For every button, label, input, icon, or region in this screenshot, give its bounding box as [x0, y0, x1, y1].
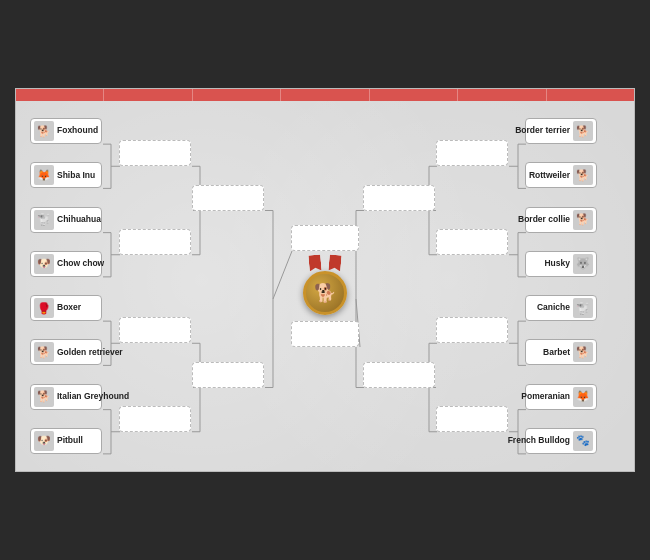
medal-circle: 🐕 — [303, 271, 347, 315]
dog-icon: 🐕 — [573, 121, 593, 141]
bracket-slot[interactable]: 🐕Golden retriever — [30, 339, 102, 365]
left-half: 🐕Foxhound🦊Shiba Inu🐩Chihuahua🐶Chow chow🥊… — [16, 105, 285, 467]
dog-icon: 🐩 — [34, 210, 54, 230]
header-round1-left — [16, 89, 104, 101]
medal: 🐕 — [303, 257, 347, 315]
dog-icon: 🦊 — [573, 387, 593, 407]
dog-icon: 🐺 — [573, 254, 593, 274]
dog-name: Foxhound — [57, 126, 98, 135]
bracket-slot[interactable]: 🐕Italian Greyhound — [30, 384, 102, 410]
finals-slot-top[interactable] — [291, 225, 359, 251]
bracket-slot[interactable]: 🐶Pitbull — [30, 428, 102, 454]
bracket-slot[interactable] — [363, 185, 435, 211]
dog-icon: 🐕 — [34, 387, 54, 407]
dog-name: Caniche — [537, 303, 570, 312]
dog-name: Italian Greyhound — [57, 392, 129, 401]
dog-name: Chihuahua — [57, 215, 101, 224]
bracket-slot[interactable]: 🦊Pomeranian — [525, 384, 597, 410]
dog-name: Border terrier — [515, 126, 570, 135]
dog-name: Rottweiler — [529, 171, 570, 180]
dog-name: Pitbull — [57, 436, 83, 445]
dog-icon: 🐶 — [34, 431, 54, 451]
header-round1-right — [547, 89, 634, 101]
bracket-slot[interactable]: 🐶Chow chow — [30, 251, 102, 277]
right-r2-col — [433, 105, 511, 467]
ribbon-left — [308, 255, 321, 272]
dog-name: Border collie — [518, 215, 570, 224]
dog-name: Golden retriever — [57, 348, 123, 357]
bracket-slot[interactable] — [119, 406, 191, 432]
dog-name: French Bulldog — [508, 436, 570, 445]
header-round3-left — [193, 89, 281, 101]
header-row — [16, 89, 634, 101]
dog-icon: 🐶 — [34, 254, 54, 274]
bracket-slot[interactable] — [436, 406, 508, 432]
bracket-slot[interactable]: 🥊Boxer — [30, 295, 102, 321]
center-finals: 🐕 — [285, 105, 365, 467]
dog-name: Boxer — [57, 303, 81, 312]
dog-name: Husky — [544, 259, 570, 268]
left-r3-col — [194, 105, 262, 467]
bracket-slot[interactable]: 🐩Chihuahua — [30, 207, 102, 233]
dog-icon: 🦊 — [34, 165, 54, 185]
bracket-slot[interactable]: 🐕Barbet — [525, 339, 597, 365]
bracket-slot[interactable]: 🐕Foxhound — [30, 118, 102, 144]
left-r2-col — [116, 105, 194, 467]
bracket-slot[interactable]: 🐕Rottweiler — [525, 162, 597, 188]
bracket-slot[interactable] — [119, 229, 191, 255]
dog-name: Chow chow — [57, 259, 104, 268]
right-r3-col — [365, 105, 433, 467]
header-round2-right — [458, 89, 546, 101]
bracket-slot[interactable] — [119, 140, 191, 166]
dog-icon: 🐕 — [573, 210, 593, 230]
bracket-slot[interactable]: 🐺Husky — [525, 251, 597, 277]
dog-icon: 🥊 — [34, 298, 54, 318]
right-r1-col: 🐕Border terrier🐕Rottweiler🐕Border collie… — [511, 105, 611, 467]
left-r1-col: 🐕Foxhound🦊Shiba Inu🐩Chihuahua🐶Chow chow🥊… — [16, 105, 116, 467]
dog-icon: 🐕 — [34, 342, 54, 362]
header-round3-right — [370, 89, 458, 101]
dog-name: Pomeranian — [521, 392, 570, 401]
bracket-slot[interactable] — [363, 362, 435, 388]
header-round2-left — [104, 89, 192, 101]
bracket-slot[interactable] — [192, 185, 264, 211]
dog-icon: 🐕 — [573, 165, 593, 185]
bracket-slot[interactable] — [436, 229, 508, 255]
bracket-container: 🐕Foxhound🦊Shiba Inu🐩Chihuahua🐶Chow chow🥊… — [15, 88, 635, 472]
bracket-slot[interactable]: 🐩Caniche — [525, 295, 597, 321]
bracket-slot[interactable] — [119, 317, 191, 343]
bracket-slot[interactable] — [436, 140, 508, 166]
ribbon-right — [328, 255, 341, 272]
dog-icon: 🐕 — [573, 342, 593, 362]
bracket-slot[interactable] — [436, 317, 508, 343]
bracket-slot[interactable]: 🐕Border collie — [525, 207, 597, 233]
bracket-slot[interactable]: 🐕Border terrier — [525, 118, 597, 144]
header-finals — [281, 89, 369, 101]
dog-icon: 🐾 — [573, 431, 593, 451]
dog-name: Barbet — [543, 348, 570, 357]
right-half: 🐕Border terrier🐕Rottweiler🐕Border collie… — [365, 105, 634, 467]
bracket-slot[interactable]: 🐾French Bulldog — [525, 428, 597, 454]
dog-name: Shiba Inu — [57, 171, 95, 180]
dog-icon: 🐩 — [573, 298, 593, 318]
bracket-slot[interactable]: 🦊Shiba Inu — [30, 162, 102, 188]
bracket-body: 🐕Foxhound🦊Shiba Inu🐩Chihuahua🐶Chow chow🥊… — [16, 101, 634, 471]
finals-slot-bottom[interactable] — [291, 321, 359, 347]
dog-icon: 🐕 — [34, 121, 54, 141]
bracket-slot[interactable] — [192, 362, 264, 388]
